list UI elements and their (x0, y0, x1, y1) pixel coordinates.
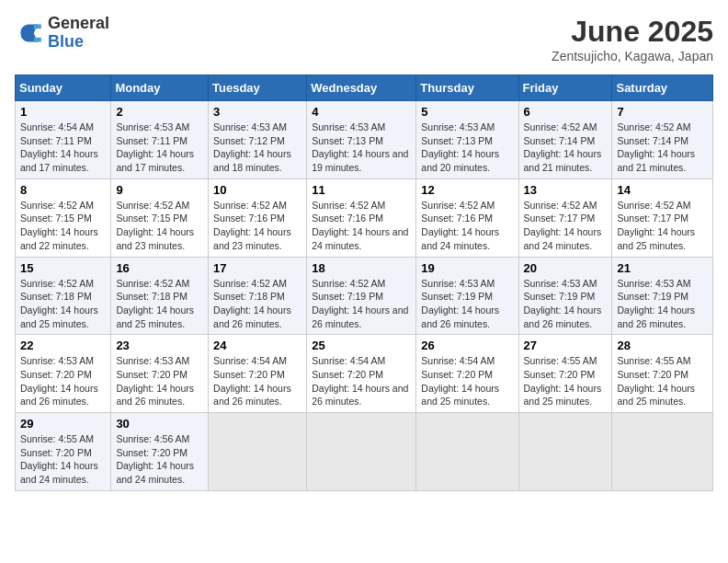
calendar-cell (307, 413, 416, 491)
day-number: 28 (617, 339, 708, 352)
sunrise-label: Sunrise: 4:52 AM (524, 121, 597, 132)
calendar-cell: 11 Sunrise: 4:52 AM Sunset: 7:16 PM Dayl… (307, 178, 416, 257)
calendar-cell: 25 Sunrise: 4:54 AM Sunset: 7:20 PM Dayl… (307, 335, 416, 413)
calendar-cell: 3 Sunrise: 4:53 AM Sunset: 7:12 PM Dayli… (209, 101, 307, 179)
calendar-cell (209, 413, 307, 491)
sunrise-label: Sunrise: 4:52 AM (116, 200, 189, 211)
day-info: Sunrise: 4:52 AM Sunset: 7:15 PM Dayligh… (20, 199, 106, 253)
calendar-cell: 5 Sunrise: 4:53 AM Sunset: 7:13 PM Dayli… (416, 101, 518, 179)
day-info: Sunrise: 4:53 AM Sunset: 7:13 PM Dayligh… (421, 121, 513, 175)
calendar-cell (612, 413, 713, 491)
calendar-cell (416, 413, 518, 491)
calendar-cell (518, 413, 612, 491)
day-info: Sunrise: 4:52 AM Sunset: 7:17 PM Dayligh… (617, 199, 708, 253)
location-title: Zentsujicho, Kagawa, Japan (552, 49, 713, 63)
day-number: 9 (116, 183, 203, 197)
daylight-label: Daylight: 14 hours and 26 minutes. (213, 383, 291, 408)
sunrise-label: Sunrise: 4:53 AM (213, 121, 287, 132)
day-number: 8 (20, 183, 106, 197)
calendar-cell: 30 Sunrise: 4:56 AM Sunset: 7:20 PM Dayl… (111, 413, 209, 491)
day-number: 18 (312, 261, 411, 275)
day-number: 15 (20, 261, 106, 275)
sunrise-label: Sunrise: 4:55 AM (524, 355, 597, 366)
calendar-cell: 16 Sunrise: 4:52 AM Sunset: 7:18 PM Dayl… (111, 257, 209, 335)
sunset-label: Sunset: 7:20 PM (312, 369, 383, 380)
daylight-label: Daylight: 14 hours and 22 minutes. (20, 226, 98, 251)
calendar-cell: 19 Sunrise: 4:53 AM Sunset: 7:19 PM Dayl… (416, 257, 518, 335)
day-number: 13 (524, 183, 608, 197)
calendar-cell: 18 Sunrise: 4:52 AM Sunset: 7:19 PM Dayl… (307, 257, 416, 335)
daylight-label: Daylight: 14 hours and 20 minutes. (421, 148, 499, 173)
daylight-label: Daylight: 14 hours and 18 minutes. (213, 148, 291, 173)
calendar-cell: 24 Sunrise: 4:54 AM Sunset: 7:20 PM Dayl… (209, 335, 307, 413)
daylight-label: Daylight: 14 hours and 19 minutes. (312, 148, 408, 173)
daylight-label: Daylight: 14 hours and 17 minutes. (116, 148, 194, 173)
daylight-label: Daylight: 14 hours and 21 minutes. (524, 148, 602, 173)
sunset-label: Sunset: 7:13 PM (421, 135, 493, 146)
calendar-week-row: 15 Sunrise: 4:52 AM Sunset: 7:18 PM Dayl… (16, 257, 713, 335)
sunset-label: Sunset: 7:20 PM (20, 369, 92, 380)
calendar-cell: 17 Sunrise: 4:52 AM Sunset: 7:18 PM Dayl… (209, 257, 307, 335)
sunrise-label: Sunrise: 4:52 AM (213, 278, 287, 289)
day-info: Sunrise: 4:52 AM Sunset: 7:19 PM Dayligh… (312, 277, 411, 331)
daylight-label: Daylight: 14 hours and 26 minutes. (421, 304, 499, 329)
sunset-label: Sunset: 7:17 PM (524, 213, 596, 224)
day-number: 12 (421, 183, 513, 197)
day-number: 4 (312, 105, 411, 119)
calendar-cell: 12 Sunrise: 4:52 AM Sunset: 7:16 PM Dayl… (416, 178, 518, 257)
calendar-cell: 29 Sunrise: 4:55 AM Sunset: 7:20 PM Dayl… (16, 413, 111, 491)
day-info: Sunrise: 4:53 AM Sunset: 7:19 PM Dayligh… (421, 277, 513, 331)
sunrise-label: Sunrise: 4:53 AM (20, 355, 94, 366)
calendar-cell: 4 Sunrise: 4:53 AM Sunset: 7:13 PM Dayli… (307, 101, 416, 179)
sunrise-label: Sunrise: 4:54 AM (312, 355, 385, 366)
day-number: 14 (617, 183, 708, 197)
sunrise-label: Sunrise: 4:52 AM (617, 121, 690, 132)
sunrise-label: Sunrise: 4:52 AM (312, 278, 385, 289)
month-title: June 2025 (552, 15, 713, 49)
daylight-label: Daylight: 14 hours and 26 minutes. (312, 383, 408, 408)
sunrise-label: Sunrise: 4:53 AM (421, 278, 495, 289)
sunset-label: Sunset: 7:11 PM (116, 135, 188, 146)
day-info: Sunrise: 4:54 AM Sunset: 7:20 PM Dayligh… (213, 354, 301, 408)
sunrise-label: Sunrise: 4:52 AM (213, 200, 287, 211)
sunset-label: Sunset: 7:20 PM (116, 447, 188, 458)
day-info: Sunrise: 4:52 AM Sunset: 7:17 PM Dayligh… (524, 199, 608, 253)
day-info: Sunrise: 4:53 AM Sunset: 7:20 PM Dayligh… (20, 354, 106, 408)
day-info: Sunrise: 4:53 AM Sunset: 7:19 PM Dayligh… (617, 277, 708, 331)
calendar-week-row: 8 Sunrise: 4:52 AM Sunset: 7:15 PM Dayli… (16, 178, 713, 257)
sunset-label: Sunset: 7:19 PM (617, 291, 688, 302)
daylight-label: Daylight: 14 hours and 17 minutes. (20, 148, 98, 173)
day-number: 22 (20, 339, 106, 352)
calendar-cell: 26 Sunrise: 4:54 AM Sunset: 7:20 PM Dayl… (416, 335, 518, 413)
day-info: Sunrise: 4:53 AM Sunset: 7:19 PM Dayligh… (524, 277, 608, 331)
calendar-cell: 9 Sunrise: 4:52 AM Sunset: 7:15 PM Dayli… (111, 178, 209, 257)
day-info: Sunrise: 4:53 AM Sunset: 7:13 PM Dayligh… (312, 121, 411, 175)
calendar-table: SundayMondayTuesdayWednesdayThursdayFrid… (15, 75, 713, 491)
day-info: Sunrise: 4:54 AM Sunset: 7:20 PM Dayligh… (312, 354, 411, 408)
sunset-label: Sunset: 7:20 PM (617, 369, 688, 380)
sunset-label: Sunset: 7:20 PM (116, 369, 188, 380)
sunset-label: Sunset: 7:19 PM (312, 291, 383, 302)
sunrise-label: Sunrise: 4:52 AM (20, 278, 94, 289)
calendar-cell: 13 Sunrise: 4:52 AM Sunset: 7:17 PM Dayl… (518, 178, 612, 257)
sunrise-label: Sunrise: 4:56 AM (116, 433, 189, 444)
day-number: 7 (617, 105, 708, 119)
daylight-label: Daylight: 14 hours and 24 minutes. (312, 226, 408, 251)
sunrise-label: Sunrise: 4:53 AM (116, 355, 189, 366)
sunset-label: Sunset: 7:11 PM (20, 135, 92, 146)
day-number: 17 (213, 261, 301, 275)
calendar-cell: 20 Sunrise: 4:53 AM Sunset: 7:19 PM Dayl… (518, 257, 612, 335)
calendar-week-row: 29 Sunrise: 4:55 AM Sunset: 7:20 PM Dayl… (16, 413, 713, 491)
daylight-label: Daylight: 14 hours and 23 minutes. (116, 226, 194, 251)
column-header-sunday: Sunday (16, 75, 111, 101)
sunrise-label: Sunrise: 4:52 AM (421, 200, 495, 211)
day-number: 20 (524, 261, 608, 275)
calendar-cell: 8 Sunrise: 4:52 AM Sunset: 7:15 PM Dayli… (16, 178, 111, 257)
daylight-label: Daylight: 14 hours and 26 minutes. (312, 304, 408, 329)
day-info: Sunrise: 4:52 AM Sunset: 7:18 PM Dayligh… (20, 277, 106, 331)
logo: General Blue (15, 15, 109, 52)
day-number: 3 (213, 105, 301, 119)
day-info: Sunrise: 4:52 AM Sunset: 7:16 PM Dayligh… (421, 199, 513, 253)
column-header-monday: Monday (111, 75, 209, 101)
calendar-cell: 22 Sunrise: 4:53 AM Sunset: 7:20 PM Dayl… (16, 335, 111, 413)
